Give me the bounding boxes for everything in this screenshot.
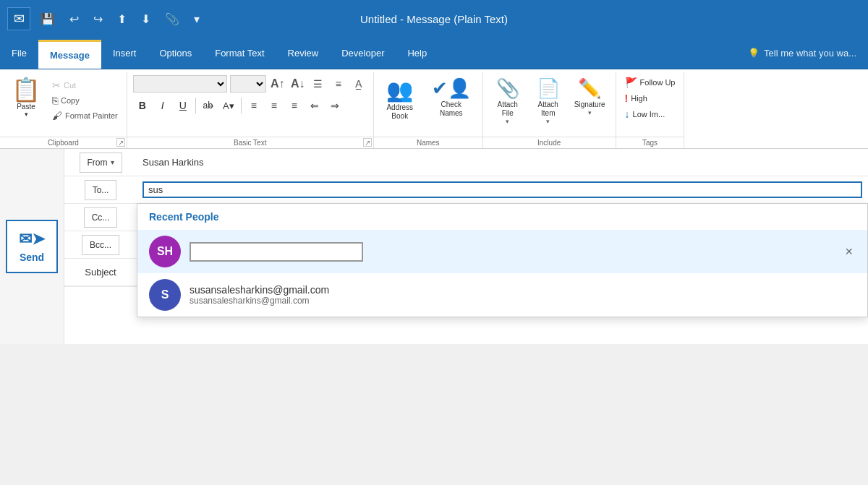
menu-insert[interactable]: Insert (101, 38, 148, 69)
ribbon-group-tags: 🚩 Follow Up ! High ↓ Low Im... Tags (616, 72, 685, 148)
paste-icon: 📋 (12, 78, 41, 101)
save-button[interactable]: 💾 (36, 9, 59, 29)
increase-font-button[interactable]: A↑ (269, 75, 286, 93)
menu-message[interactable]: Message (38, 40, 101, 69)
autocomplete-name-input-0[interactable] (190, 242, 363, 262)
cut-button[interactable]: ✂ Cut (49, 78, 121, 93)
ribbon-group-include: 📎 AttachFile ▾ 📄 AttachItem ▾ ✏️ Signatu… (483, 72, 616, 148)
to-button[interactable]: To... (85, 180, 117, 200)
low-label: Low Im... (633, 110, 665, 119)
italic-button[interactable]: I (153, 96, 172, 115)
divider (195, 98, 196, 113)
menu-review[interactable]: Review (276, 38, 331, 69)
to-input[interactable] (142, 181, 862, 198)
send-button-area: ✉➤ Send (0, 149, 64, 344)
check-names-button[interactable]: ✔👤 CheckNames (426, 75, 477, 121)
follow-up-button[interactable]: 🚩 Follow Up (622, 75, 678, 90)
bcc-label: Bcc... (90, 240, 111, 250)
indent-decrease-button[interactable]: ⇐ (305, 96, 324, 115)
autocomplete-close-button-0[interactable]: × (839, 241, 859, 262)
align-right-button[interactable]: ≡ (285, 96, 304, 115)
autocomplete-name-1: susansalesharkins@gmail.com (190, 284, 856, 296)
paste-dropdown-arrow: ▾ (25, 111, 28, 118)
clipboard-small-buttons: ✂ Cut ⎘ Copy 🖌 Format Painter (49, 75, 121, 123)
copy-button[interactable]: ⎘ Copy (49, 93, 121, 108)
flag-icon: 🚩 (625, 77, 637, 88)
attach-item-button[interactable]: 📄 AttachItem ▾ (529, 75, 567, 128)
numbered-list-button[interactable]: ≡ (330, 75, 347, 93)
low-importance-button[interactable]: ↓ Low Im... (622, 107, 678, 121)
font-size-select[interactable] (230, 75, 266, 93)
from-value: Susan Harkins (142, 153, 204, 172)
from-label-cell: From ▾ (64, 149, 137, 176)
title-bar: ✉ 💾 ↩ ↪ ⬆ ⬇ 📎 ▾ Untitled - Message (Plai… (0, 0, 868, 38)
attach-file-icon: 📎 (496, 78, 519, 99)
clipboard-expand-button[interactable]: ↗ (116, 138, 125, 147)
send-label: Send (20, 252, 44, 263)
send-button[interactable]: ✉➤ Send (6, 220, 58, 273)
avatar-sh-initials: SH (157, 245, 173, 258)
subject-label: Subject (85, 267, 116, 278)
font-row: A↑ A↓ ☰ ≡ A̲ (133, 75, 367, 93)
format-painter-button[interactable]: 🖌 Format Painter (49, 108, 121, 123)
undo-button[interactable]: ↩ (65, 9, 83, 29)
list-button[interactable]: ☰ (310, 75, 327, 93)
cc-label: Cc... (92, 213, 110, 223)
font-color-dropdown[interactable]: A▾ (219, 96, 238, 115)
bold-button[interactable]: B (133, 96, 152, 115)
menu-developer[interactable]: Developer (330, 38, 396, 69)
decrease-font-button[interactable]: A↓ (289, 75, 307, 93)
align-center-button[interactable]: ≡ (265, 96, 284, 115)
copy-icon: ⎘ (52, 95, 58, 106)
format-painter-icon: 🖌 (52, 110, 62, 121)
check-names-label: CheckNames (440, 100, 463, 118)
cut-icon: ✂ (52, 80, 61, 91)
bcc-button[interactable]: Bcc... (82, 235, 119, 255)
redo-button[interactable]: ↪ (89, 9, 107, 29)
ribbon-group-basic-text: A↑ A↓ ☰ ≡ A̲ B I U ab̶ A▾ ≡ ≡ ≡ (127, 72, 374, 148)
attach-file-label: AttachFile (498, 100, 518, 118)
divider2 (241, 98, 242, 113)
address-book-label: AddressBook (386, 103, 413, 121)
autocomplete-header: Recent People (137, 204, 867, 230)
signature-button[interactable]: ✏️ Signature ▾ (570, 75, 610, 119)
bcc-label-cell: Bcc... (64, 231, 137, 258)
text-effect-button[interactable]: A̲ (350, 75, 367, 93)
high-importance-button[interactable]: ! High (622, 91, 678, 106)
to-input-cell: Recent People SH × S (137, 176, 868, 203)
address-book-button[interactable]: 👥 AddressBook (380, 75, 420, 124)
from-row: From ▾ Susan Harkins (64, 149, 868, 176)
upload-button[interactable]: ⬆ (113, 9, 131, 29)
follow-up-label: Follow Up (640, 78, 676, 87)
download-button[interactable]: ⬇ (137, 9, 155, 29)
customize-button[interactable]: ▾ (190, 9, 204, 29)
basic-text-expand[interactable]: ↗ (363, 138, 372, 147)
font-family-select[interactable] (133, 75, 227, 93)
autocomplete-item-1[interactable]: S susansalesharkins@gmail.com susansales… (137, 273, 867, 317)
subject-label-cell: Subject (64, 259, 137, 286)
autocomplete-item-0[interactable]: SH × (137, 230, 867, 273)
cc-button[interactable]: Cc... (84, 207, 118, 228)
indent-increase-button[interactable]: ⇒ (326, 96, 344, 115)
attach-file-arrow: ▾ (506, 118, 509, 125)
tell-me-area[interactable]: 💡 Tell me what you wa... (732, 38, 868, 69)
paperclip-button[interactable]: 📎 (161, 9, 184, 29)
names-group-label: Names (374, 137, 482, 147)
signature-arrow: ▾ (588, 109, 592, 116)
ribbon-group-names: 👥 AddressBook ✔👤 CheckNames Names (374, 72, 483, 148)
menu-format-text[interactable]: Format Text (203, 38, 276, 69)
underline-button[interactable]: U (174, 96, 192, 115)
menu-help[interactable]: Help (396, 38, 438, 69)
avatar-s-initials: S (161, 288, 169, 301)
format-row: B I U ab̶ A▾ ≡ ≡ ≡ ⇐ ⇒ (133, 96, 367, 115)
attach-file-button[interactable]: 📎 AttachFile ▾ (489, 75, 527, 128)
menu-options[interactable]: Options (148, 38, 203, 69)
clipboard-group-label: Clipboard (0, 137, 127, 147)
avatar-sh: SH (149, 236, 181, 267)
paste-button[interactable]: 📋 Paste ▾ (6, 75, 46, 123)
align-left-button[interactable]: ≡ (244, 96, 263, 115)
from-button[interactable]: From ▾ (80, 153, 122, 173)
menu-file[interactable]: File (0, 38, 38, 69)
signature-icon: ✏️ (578, 78, 601, 99)
strikethrough-button[interactable]: ab̶ (199, 96, 218, 115)
